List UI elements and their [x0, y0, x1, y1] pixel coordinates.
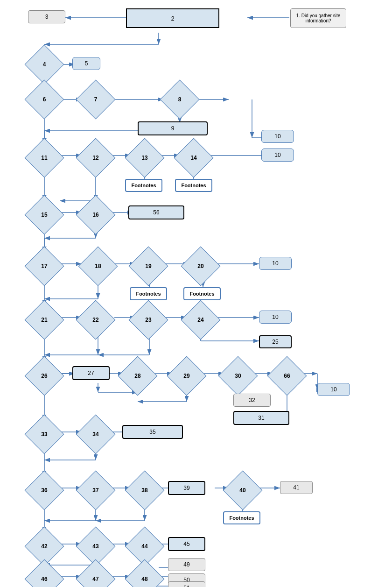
node-25: 25 [259, 335, 292, 348]
node-19: 19 [129, 247, 168, 286]
node-10d: 10 [317, 383, 350, 396]
node-20: 20 [181, 247, 221, 286]
node-33: 33 [25, 415, 64, 454]
node-39: 39 [168, 481, 205, 495]
node-47: 47 [76, 559, 116, 587]
node-4: 4 [25, 45, 64, 85]
node-16: 16 [76, 195, 116, 235]
node-17: 17 [25, 247, 64, 286]
node-66: 66 [267, 356, 307, 396]
node-48: 48 [125, 559, 165, 587]
node-7: 7 [76, 80, 116, 120]
node-6: 6 [25, 80, 64, 120]
node-8: 8 [160, 80, 200, 120]
footnote-4: Footnotes [130, 287, 167, 300]
callout-1: 1. Did you gather site information? [290, 8, 346, 28]
node-23: 23 [129, 300, 168, 340]
node-30: 30 [218, 356, 258, 396]
node-21: 21 [25, 300, 64, 340]
node-31: 31 [233, 411, 289, 425]
node-49: 49 [168, 558, 205, 571]
node-15: 15 [25, 195, 64, 235]
node-10a: 10 [261, 130, 294, 143]
node-36: 36 [25, 471, 64, 510]
node-27: 27 [72, 366, 110, 380]
node-10-row2: 10 [261, 149, 294, 162]
node-56: 56 [128, 205, 184, 219]
node-9: 9 [138, 121, 208, 135]
node-10c: 10 [259, 311, 292, 324]
node-41: 41 [280, 481, 313, 494]
footnote-2: Footnotes [175, 179, 212, 192]
node-18: 18 [78, 247, 118, 286]
footnote-3: Footnotes [183, 287, 221, 300]
node-46: 46 [25, 559, 64, 587]
node-26: 26 [25, 356, 64, 396]
node-37: 37 [76, 471, 116, 510]
footnote-5: Footnotes [223, 511, 260, 524]
node-40: 40 [223, 471, 263, 510]
node-38: 38 [125, 471, 165, 510]
flowchart: 1. Did you gather site information? 2 3 … [0, 0, 392, 587]
node-34: 34 [76, 415, 116, 454]
node-51: 51 [168, 581, 205, 587]
footnote-1: Footnotes [125, 179, 162, 192]
callout-1-label: 1. Did you gather site information? [293, 13, 344, 23]
node-14: 14 [174, 138, 214, 178]
node-29: 29 [167, 356, 207, 396]
node-24: 24 [181, 300, 221, 340]
node-22: 22 [76, 300, 116, 340]
node-13: 13 [125, 138, 165, 178]
node-32: 32 [233, 394, 271, 407]
node-3: 3 [28, 10, 65, 23]
node-12: 12 [76, 138, 116, 178]
node-45: 45 [168, 537, 205, 551]
node-35: 35 [122, 425, 183, 439]
node-10b: 10 [259, 257, 292, 270]
node-28: 28 [118, 356, 158, 396]
node-5: 5 [72, 57, 100, 70]
node-11: 11 [25, 138, 64, 178]
node-2: 2 [126, 8, 219, 28]
